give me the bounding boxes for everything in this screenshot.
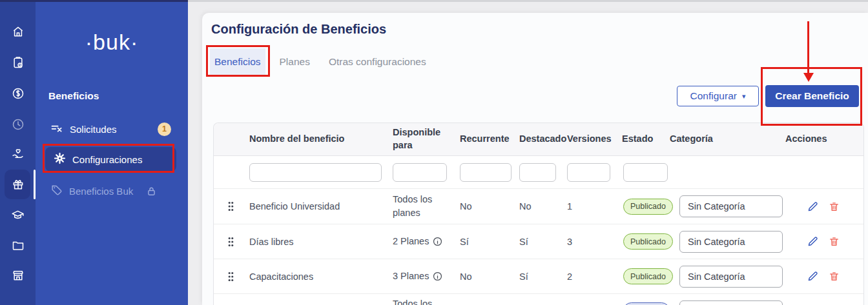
table-row: Beneficio Universidad Todos los planes N…: [214, 189, 863, 224]
cell-nombre: Días libres: [247, 237, 391, 247]
cell-recurrente: No: [457, 271, 517, 282]
category-select[interactable]: Sin Categoría: [679, 195, 783, 217]
crear-beneficio-label: Crear Beneficio: [775, 90, 849, 102]
cell-acciones: [783, 271, 863, 282]
cell-categoria: Sin Categoría: [666, 266, 783, 288]
filter-disponible-input[interactable]: [393, 163, 447, 182]
buk-logo[interactable]: ·buk·: [36, 30, 188, 55]
sidebar-rail: [0, 0, 36, 305]
main-top-edge: [188, 0, 868, 2]
drag-handle-icon[interactable]: [227, 199, 235, 213]
rail-home-icon[interactable]: [0, 16, 36, 47]
sidebar-item-solicitudes[interactable]: Solicitudes 1: [36, 118, 188, 140]
info-icon[interactable]: [433, 237, 442, 246]
cell-destacado: Sí: [517, 237, 564, 247]
filter-estado-input[interactable]: [623, 163, 668, 182]
table-header-row: Nombre del beneficio Disponible para Rec…: [214, 123, 863, 156]
cell-versiones: 3: [564, 237, 615, 247]
cell-destacado: Sí: [517, 271, 564, 282]
lock-icon: [146, 186, 157, 197]
sidebar-item-label: Beneficios Buk: [69, 186, 133, 197]
header-nombre: Nombre del beneficio: [247, 133, 391, 146]
table-row: Capacitaciones 3 Planes No Sí 2 Publicad…: [214, 259, 863, 294]
drag-handle-icon[interactable]: [227, 235, 235, 249]
cell-categoria: Sin Categoría: [666, 300, 783, 305]
table-row: Todos los planes Sin Categoría: [214, 294, 863, 305]
header-destacado: Destacado: [517, 133, 564, 146]
status-badge: [623, 302, 670, 305]
info-icon[interactable]: [433, 271, 442, 281]
rail-hand-heart-icon[interactable]: [0, 139, 36, 170]
tab-beneficios[interactable]: Beneficios: [210, 48, 265, 77]
crear-beneficio-button[interactable]: Crear Beneficio: [765, 85, 859, 107]
gear-icon: [54, 152, 66, 166]
cell-acciones: [783, 236, 863, 247]
benefits-table: Nombre del beneficio Disponible para Rec…: [213, 123, 864, 305]
sidebar-section-title: Beneficios: [48, 90, 99, 102]
pending-count-badge: 1: [158, 123, 171, 136]
filter-nombre-input[interactable]: [249, 163, 382, 182]
delete-icon[interactable]: [829, 201, 840, 212]
cell-disponible: 2 Planes: [391, 235, 457, 248]
rail-clock-icon[interactable]: [0, 109, 36, 140]
cell-versiones: 1: [564, 201, 615, 212]
edit-icon[interactable]: [807, 236, 818, 247]
filter-recurrente-input[interactable]: [460, 163, 512, 182]
configurar-button-label: Configurar: [690, 90, 737, 102]
tab-planes[interactable]: Planes: [275, 48, 315, 77]
rail-money-icon[interactable]: [0, 78, 36, 109]
cell-estado: Publicado: [615, 199, 666, 215]
cell-estado: Publicado: [615, 268, 666, 284]
cell-nombre: Beneficio Universidad: [247, 201, 391, 212]
category-select[interactable]: Sin Categoría: [679, 266, 783, 288]
request-list-icon: [50, 122, 63, 137]
active-item-bar: [34, 170, 36, 199]
header-acciones: Acciones: [783, 133, 863, 146]
sidebar-top-edge: [0, 0, 188, 2]
cell-nombre: Capacitaciones: [247, 271, 391, 282]
cell-acciones: [783, 201, 863, 212]
category-select[interactable]: Sin Categoría: [679, 231, 783, 253]
tab-bar: Beneficios Planes Otras configuraciones: [210, 48, 440, 77]
configurar-button[interactable]: Configurar ▾: [677, 86, 759, 106]
status-badge: Publicado: [623, 233, 673, 250]
tag-icon: [50, 184, 63, 198]
status-badge: Publicado: [623, 268, 673, 284]
content-card: Configuración de Beneficios Beneficios P…: [202, 13, 868, 305]
header-versiones: Versiones: [564, 133, 615, 146]
filter-versiones-input[interactable]: [567, 163, 610, 182]
cell-estado: [615, 302, 666, 305]
header-recurrente: Recurrente: [457, 133, 517, 146]
rail-gift-icon[interactable]: [0, 169, 36, 200]
rail-clipboard-clock-icon[interactable]: [0, 47, 36, 78]
sidebar-item-configuraciones[interactable]: Configuraciones: [45, 147, 176, 172]
category-select[interactable]: Sin Categoría: [679, 300, 783, 305]
filter-destacado-input[interactable]: [519, 163, 556, 182]
cell-disponible: 3 Planes: [391, 270, 457, 283]
delete-icon[interactable]: [829, 236, 840, 247]
rail-folder-icon[interactable]: [0, 230, 36, 261]
edit-icon[interactable]: [807, 271, 818, 282]
rail-store-icon[interactable]: [0, 260, 36, 291]
header-categoria: Categoría: [666, 133, 783, 146]
cell-categoria: Sin Categoría: [666, 195, 783, 217]
chevron-down-icon: ▾: [742, 93, 746, 100]
cell-versiones: 2: [564, 271, 615, 282]
header-disponible: Disponible para: [391, 126, 457, 152]
edit-icon[interactable]: [807, 201, 818, 212]
tab-otras-configuraciones[interactable]: Otras configuraciones: [324, 48, 431, 77]
delete-icon[interactable]: [829, 271, 840, 282]
sidebar-item-beneficios-buk[interactable]: Beneficios Buk: [36, 180, 188, 202]
rail-graduation-cap-icon[interactable]: [0, 199, 36, 230]
cell-recurrente: No: [457, 201, 517, 212]
page-title: Configuración de Beneficios: [211, 22, 386, 37]
cell-destacado: No: [517, 201, 564, 212]
sidebar-item-label: Solicitudes: [70, 124, 117, 135]
table-row: Días libres 2 Planes Sí Sí 3 Publicado S…: [214, 224, 863, 259]
cell-estado: Publicado: [615, 233, 666, 250]
drag-handle-icon[interactable]: [227, 270, 235, 284]
cell-disponible: Todos los planes: [391, 193, 457, 220]
sidebar-item-label: Configuraciones: [72, 154, 142, 165]
cell-recurrente: Sí: [457, 237, 517, 247]
status-badge: Publicado: [623, 199, 673, 215]
